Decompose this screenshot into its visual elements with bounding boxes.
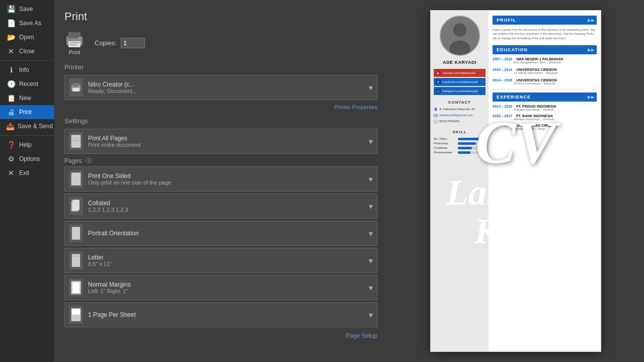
collated-text: Collated 1,2,3 1,2,3 1,2,3 xyxy=(88,200,369,213)
info-icon: ℹ xyxy=(6,66,16,74)
printer-properties-link[interactable]: Printer Properties xyxy=(334,104,377,110)
pages-icon xyxy=(69,132,83,150)
letter-dropdown-icon: ▾ xyxy=(369,256,373,265)
edu-degree-1: Ilmu Pengatahuan Alam – Berjazah xyxy=(514,61,597,64)
address-text: Jl. Palimanan Raya No. 02 xyxy=(439,108,475,111)
contact-address: Jl. Palimanan Raya No. 02 xyxy=(434,108,486,112)
edu-year-3: 2014 – 2016 xyxy=(493,78,512,82)
all-pages-dropdown-icon: ▾ xyxy=(369,137,373,146)
one-sided-sub: Only print on one side of the page xyxy=(88,179,369,186)
new-icon: 📋 xyxy=(6,94,16,102)
edu-degree-3: S2 Ilmu Komunikasi – Berjazah xyxy=(514,82,597,85)
print-all-pages-sub: Print entire document xyxy=(88,142,369,148)
one-sided-setting[interactable]: Print One Sided Only print on one side o… xyxy=(64,166,377,192)
contact-section-title: CONTACT xyxy=(448,100,471,105)
copies-input[interactable] xyxy=(121,38,145,48)
edu-school-3: UNIVERSITAS CIREBON xyxy=(516,78,557,82)
sidebar-item-exit[interactable]: ✕ Exit xyxy=(0,166,54,180)
portrait-text: Portrait Orientation xyxy=(88,230,369,237)
skill-ms-office-bar xyxy=(458,138,486,140)
sidebar-item-info[interactable]: ℹ Info xyxy=(0,63,54,77)
edu-school-1: SMA NEGERI 1 PALIMANAN xyxy=(516,57,563,61)
contact-phone: 082317569263 xyxy=(434,120,486,124)
exp-item-1: 2014 – 2016 PT. PINDAD INDONESIA Sebagai… xyxy=(493,105,597,111)
save-icon: 💾 xyxy=(6,5,16,13)
pages-per-sheet-dropdown-icon: ▾ xyxy=(369,310,373,320)
skill-photoshop-fill xyxy=(458,142,476,145)
sidebar-item-open[interactable]: 📂 Open xyxy=(0,30,54,44)
print-all-pages-setting[interactable]: Print All Pages Print entire document ▾ xyxy=(64,129,377,154)
instagram-text: Instagram.com/adekaryadi xyxy=(442,89,478,93)
exp-year-company-2: 2016 – 2017 PT. BANK INDONESIA xyxy=(493,114,597,118)
sidebar-item-save-as[interactable]: 📄 Save As xyxy=(0,16,54,30)
sidebar-item-save[interactable]: 💾 Save xyxy=(0,2,54,16)
exp-item-2: 2016 – 2017 PT. BANK INDONESIA Sebagai S… xyxy=(493,114,597,121)
printer-name: Nitro Creator (c... xyxy=(88,81,369,88)
cv-left-column: ADE KARYADI ▶ Youtube.com/adekaryadi f F… xyxy=(431,11,489,351)
exp-role-1: Sebagai Staf admin – Kontrak xyxy=(514,108,597,111)
margins-title: Normal Margins xyxy=(88,281,369,288)
edu-item-1: 2007 – 2010 SMA NEGERI 1 PALIMANAN Ilmu … xyxy=(493,57,597,64)
pages-section: Pages: ⓘ xyxy=(64,157,377,164)
print-panel: Print Print Copies: Printer xyxy=(54,0,387,344)
exp-role-3: Sebagai Dosen – Tetap xyxy=(514,127,597,130)
youtube-text: Youtube.com/adekaryadi xyxy=(442,71,475,74)
skill-photoshop-name: Photoshop xyxy=(434,142,448,145)
sidebar-item-print[interactable]: 🖨 Print xyxy=(0,105,54,119)
skill-section-title: SKILL xyxy=(452,130,466,134)
printer-info: Nitro Creator (c... Ready; Document... xyxy=(88,81,369,94)
svg-rect-4 xyxy=(69,44,76,45)
sidebar-item-help[interactable]: ❓ Help xyxy=(0,138,54,152)
location-icon xyxy=(434,108,438,112)
printer-svg-icon xyxy=(64,30,85,48)
print-all-pages-text: Print All Pages Print entire document xyxy=(88,135,369,148)
skill-ms-office-fill xyxy=(458,138,480,140)
youtube-link: ▶ Youtube.com/adekaryadi xyxy=(434,69,486,77)
letter-setting[interactable]: Letter 8.5" x 11" ▾ xyxy=(64,248,377,273)
one-sided-icon xyxy=(69,170,83,188)
experience-header: EXPERIENCE xyxy=(493,93,597,102)
pages-per-sheet-text: 1 Page Per Sheet xyxy=(88,311,369,318)
svg-rect-7 xyxy=(72,83,79,86)
sidebar-item-close[interactable]: ✕ Close xyxy=(0,44,54,58)
portrait-setting[interactable]: Portrait Orientation ▾ xyxy=(64,221,377,246)
sidebar-item-new[interactable]: 📋 New xyxy=(0,91,54,105)
svg-rect-8 xyxy=(72,88,79,92)
edu-year-2: 2010 – 2014 xyxy=(493,68,512,71)
save-as-icon: 📄 xyxy=(6,19,16,27)
exp-year-company-3: 2017 – NOW UNIVERSITAS CIREBON xyxy=(493,124,597,127)
exp-year-3: 2017 – NOW xyxy=(493,124,513,127)
sidebar-item-options[interactable]: ⚙ Options xyxy=(0,152,54,166)
close-icon: ✕ xyxy=(6,47,16,55)
person-silhouette-icon xyxy=(441,17,479,55)
sidebar-item-recent[interactable]: 🕐 Recent xyxy=(0,77,54,91)
printer-selector[interactable]: Nitro Creator (c... Ready; Document... ▾ xyxy=(64,75,377,100)
cv-name: ADE KARYADI xyxy=(443,60,476,65)
print-button[interactable]: Print xyxy=(64,30,85,55)
contact-email: Adekaryadi4@gmail.com xyxy=(434,114,486,118)
margins-sub: Left: 1" Right: 1" xyxy=(88,288,369,294)
divider-edu-exp xyxy=(493,89,597,89)
svg-rect-22 xyxy=(72,309,76,315)
exp-year-2: 2016 – 2017 xyxy=(493,114,512,118)
page-setup-link[interactable]: Page Setup xyxy=(64,332,377,339)
exp-role-2: Sebagai Supervisor – Kontrak xyxy=(514,118,597,121)
svg-rect-5 xyxy=(78,37,80,39)
profil-text: [Type a quote from the document or the s… xyxy=(493,28,597,40)
print-icon: 🖨 xyxy=(6,108,16,116)
cv-photo xyxy=(440,16,480,56)
edu-year-1: 2007 – 2010 xyxy=(493,57,512,61)
sidebar-item-save-send[interactable]: 📤 Save & Send xyxy=(0,119,54,133)
profil-header-text: PROFIL xyxy=(497,18,516,23)
sidebar-divider-2 xyxy=(0,135,54,136)
copies-section: Copies: xyxy=(95,38,145,48)
margins-setting[interactable]: Normal Margins Left: 1" Right: 1" ▾ xyxy=(64,275,377,300)
exit-icon: ✕ xyxy=(6,169,16,177)
collated-setting[interactable]: Collated 1,2,3 1,2,3 1,2,3 ▾ xyxy=(64,194,377,219)
skill-photoshop-bar xyxy=(458,142,486,145)
pages-per-sheet-setting[interactable]: 1 Page Per Sheet ▾ xyxy=(64,302,377,327)
instagram-icon: ◎ xyxy=(436,88,441,94)
facebook-link: f Facebook.com/adekaryadi xyxy=(434,78,486,86)
portrait-dropdown-icon: ▾ xyxy=(369,229,373,238)
send-icon: 📤 xyxy=(6,122,15,130)
